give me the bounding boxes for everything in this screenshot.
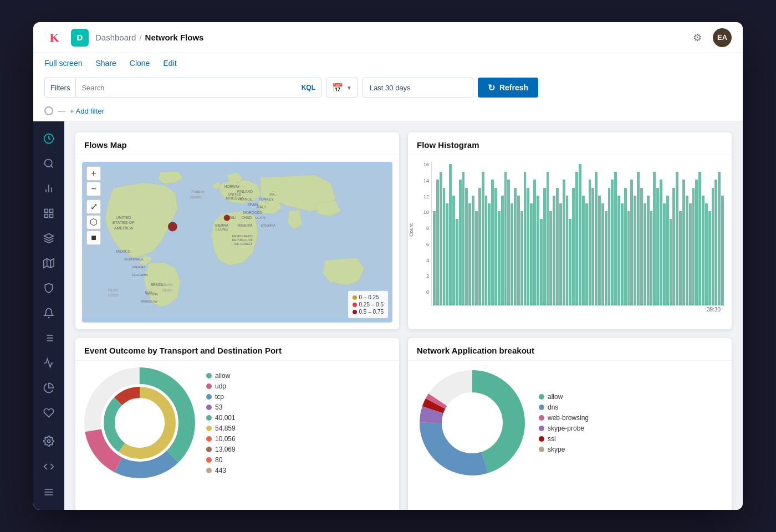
sidebar-item-management[interactable] — [38, 430, 60, 452]
sidebar-item-uptime[interactable] — [38, 402, 60, 423]
svg-text:REPUBLIC OF: REPUBLIC OF — [232, 238, 253, 242]
legend-color-allow-net — [539, 394, 544, 400]
svg-text:ITALY: ITALY — [257, 205, 267, 209]
histogram-bar-57 — [617, 196, 620, 305]
user-avatar[interactable]: EA — [713, 28, 732, 47]
sidebar-item-clock[interactable] — [38, 128, 60, 150]
legend-label-ssl: ssl — [548, 435, 556, 443]
histogram-bar-61 — [630, 180, 633, 305]
sidebar-item-canvas[interactable] — [38, 228, 60, 249]
breadcrumb-parent[interactable]: Dashboard — [95, 33, 136, 42]
legend-label-web-browsing: web-browsing — [548, 414, 589, 422]
histogram-bar-8 — [459, 180, 462, 305]
legend-40001: 40,001 — [206, 414, 236, 422]
clone-link[interactable]: Clone — [130, 59, 150, 68]
add-filter-button[interactable]: + Add filter — [70, 107, 104, 115]
zoom-out-button[interactable]: − — [86, 182, 101, 196]
legend-udp: udp — [206, 382, 236, 390]
histogram-bar-7 — [456, 219, 458, 305]
legend-label-skype-probe: skype-probe — [548, 424, 584, 432]
sidebar-item-dev-tools[interactable] — [38, 456, 60, 478]
histogram-bar-85 — [708, 211, 711, 305]
sidebar-item-maps[interactable] — [38, 253, 60, 274]
histogram-bar-56 — [614, 172, 617, 305]
breadcrumb-separator: / — [139, 33, 141, 42]
svg-text:SIERRA: SIERRA — [215, 223, 229, 227]
histogram-bar-23 — [507, 180, 510, 305]
legend-color-dns — [539, 405, 544, 410]
histogram-bar-88 — [718, 172, 721, 305]
map-tool-1[interactable]: ⤢ — [86, 200, 101, 214]
histogram-bar-69 — [656, 188, 659, 306]
legend-80: 80 — [206, 456, 236, 464]
sidebar-item-apm[interactable] — [38, 377, 60, 398]
event-outcome-title: Event Outcome by Transport and Destinati… — [84, 346, 282, 355]
edit-link[interactable]: Edit — [163, 59, 176, 68]
logo: K — [44, 28, 64, 48]
svg-text:GUATEMALA: GUATEMALA — [124, 258, 143, 261]
histogram-bar-43 — [572, 188, 575, 306]
network-app-svg — [417, 367, 528, 478]
histogram-bar-2 — [440, 172, 442, 305]
sidebar-item-alerting[interactable] — [38, 302, 60, 324]
date-range-display[interactable]: Last 30 days — [363, 78, 473, 98]
network-app-title: Network Application breakout — [417, 346, 534, 355]
histogram-bar-37 — [553, 196, 555, 305]
histogram-bar-84 — [705, 203, 708, 305]
y-axis: 16 14 12 10 8 6 4 2 0 Count — [415, 162, 431, 306]
map-tool-3[interactable]: ■ — [86, 231, 101, 245]
svg-text:THE CONGO: THE CONGO — [233, 242, 252, 245]
svg-text:CUBA: CUBA — [196, 190, 205, 193]
filter-dash: — — [58, 106, 65, 115]
svg-text:LEONE: LEONE — [216, 227, 228, 231]
network-app-chart — [417, 367, 528, 478]
map-tool-2[interactable]: ⬡ — [86, 215, 101, 229]
refresh-button[interactable]: ↻ Refresh — [478, 78, 538, 98]
svg-point-62 — [168, 222, 177, 232]
svg-text:UNITED: UNITED — [116, 215, 131, 220]
kql-badge[interactable]: KQL — [296, 84, 321, 91]
search-input[interactable] — [76, 84, 295, 92]
legend-dot-2 — [353, 303, 357, 307]
histogram-container: 16 14 12 10 8 6 4 2 0 Count — [415, 162, 725, 317]
sidebar-item-siem[interactable] — [38, 278, 60, 299]
sidebar-item-dashboard[interactable] — [38, 203, 60, 224]
calendar-icon: 📅 — [332, 83, 343, 93]
histogram-bars — [431, 162, 725, 306]
legend-color-web-browsing — [539, 415, 544, 421]
sidebar-item-visualize[interactable] — [38, 178, 60, 200]
histogram-bar-0 — [433, 211, 436, 305]
sidebar-item-logs[interactable] — [38, 327, 60, 349]
histogram-bar-86 — [712, 188, 714, 306]
legend-443: 443 — [206, 467, 236, 474]
calendar-button[interactable]: 📅 ▼ — [326, 78, 358, 98]
legend-color-80 — [206, 457, 212, 463]
legend-label-allow-net: allow — [548, 393, 563, 401]
legend-skype-probe: skype-probe — [539, 424, 589, 432]
legend-color-skype — [539, 447, 544, 452]
histogram-bar-12 — [472, 196, 474, 305]
share-link[interactable]: Share — [95, 59, 116, 68]
sidebar-item-discover[interactable] — [38, 153, 60, 175]
y-axis-title: Count — [409, 223, 414, 237]
legend-allow-net: allow — [539, 393, 589, 401]
map-container: UNITED STATES OF AMERICA MEXICO GUATEMAL… — [82, 162, 392, 323]
sidebar-item-metrics[interactable] — [38, 352, 60, 374]
svg-text:PERU: PERU — [145, 291, 154, 294]
settings-button[interactable]: ⚙ — [688, 29, 706, 47]
zoom-in-button[interactable]: + — [86, 166, 101, 181]
histogram-bar-41 — [566, 196, 569, 305]
legend-label-80: 80 — [215, 456, 222, 464]
svg-point-1 — [45, 160, 52, 167]
event-outcome-chart — [84, 367, 195, 478]
svg-text:PANAMA: PANAMA — [132, 265, 145, 269]
fullscreen-link[interactable]: Full screen — [44, 59, 82, 68]
legend-color-53 — [206, 405, 212, 410]
workspace-icon[interactable]: D — [71, 29, 89, 47]
legend-skype: skype — [539, 446, 589, 453]
legend-label-2: 0.25 – 0.5 — [359, 301, 384, 308]
legend-53: 53 — [206, 403, 236, 411]
histogram-bar-30 — [530, 203, 533, 305]
sidebar-item-collapse[interactable] — [38, 481, 60, 503]
histogram-bar-44 — [575, 172, 578, 305]
